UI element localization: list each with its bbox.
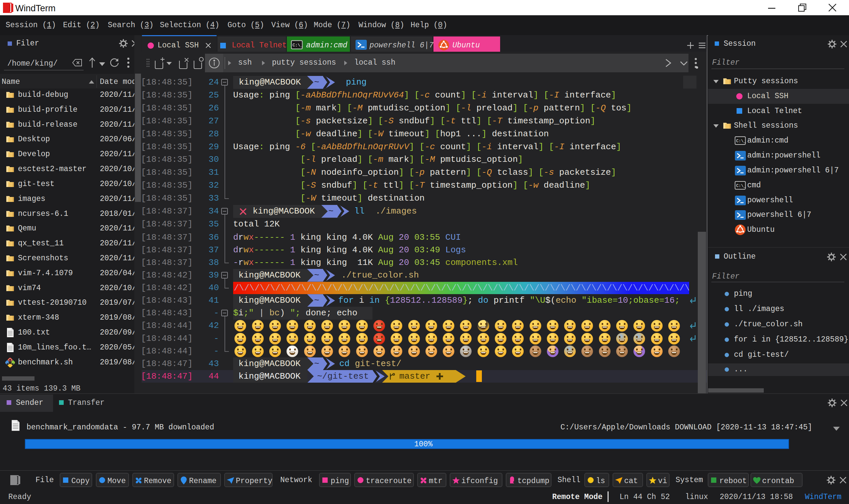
svg-text:C:\_: C:\_: [292, 43, 303, 48]
svg-text:C:\_: C:\_: [736, 139, 746, 144]
svg-text:C:\_: C:\_: [736, 183, 746, 188]
